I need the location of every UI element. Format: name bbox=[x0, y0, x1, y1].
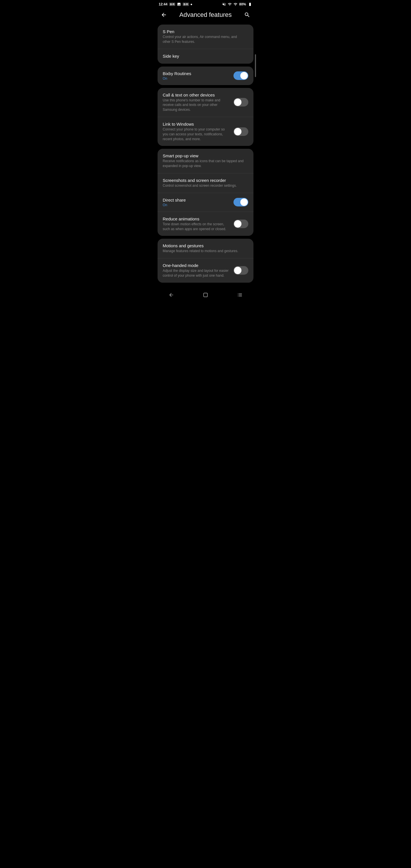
back-icon bbox=[161, 12, 167, 18]
reduce-animations-item[interactable]: Reduce animations Tone down motion effec… bbox=[158, 212, 253, 236]
nav-back-button[interactable] bbox=[164, 291, 179, 299]
status-dot bbox=[191, 4, 192, 5]
nav-home-icon bbox=[203, 292, 208, 298]
section-gestures: Motions and gestures Manage features rel… bbox=[158, 239, 253, 282]
reduce-animations-toggle[interactable] bbox=[233, 220, 248, 228]
scrollbar-thumb bbox=[255, 54, 256, 77]
settings-content: S Pen Control your air actions, Air comm… bbox=[154, 25, 257, 283]
bixby-routines-title: Bixby Routines bbox=[163, 71, 230, 76]
link-windows-text: Link to Windows Connect your phone to yo… bbox=[163, 122, 233, 141]
mute-icon bbox=[222, 2, 226, 6]
status-bar: 12:44 B·R B·R 80% bbox=[154, 0, 257, 7]
page-title: Advanced features bbox=[179, 11, 231, 19]
call-text-title: Call & text on other devices bbox=[163, 93, 230, 97]
one-handed-toggle-knob bbox=[234, 267, 242, 274]
status-left: 12:44 B·R B·R bbox=[159, 2, 192, 6]
bixby-routines-toggle[interactable] bbox=[233, 71, 248, 80]
direct-share-title: Direct share bbox=[163, 197, 230, 203]
one-handed-text: One-handed mode Adjust the display size … bbox=[163, 263, 233, 278]
motions-gestures-title: Motions and gestures bbox=[163, 243, 245, 248]
reduce-animations-text: Reduce animations Tone down motion effec… bbox=[163, 216, 233, 231]
call-text-text: Call & text on other devices Use this ph… bbox=[163, 93, 233, 112]
battery-icon bbox=[248, 2, 252, 6]
reduce-animations-title: Reduce animations bbox=[163, 216, 230, 221]
section-spen-sidekey: S Pen Control your air actions, Air comm… bbox=[158, 25, 253, 64]
signal-icon bbox=[233, 2, 238, 6]
photo-icon bbox=[177, 2, 181, 6]
status-battery: 80% bbox=[239, 2, 246, 6]
bixby-routines-status: On bbox=[163, 76, 230, 81]
spen-subtitle: Control your air actions, Air command me… bbox=[163, 35, 245, 44]
scrollbar-track bbox=[255, 52, 256, 151]
status-time: 12:44 bbox=[159, 2, 167, 6]
section-features: Smart pop-up view Receive notifications … bbox=[158, 149, 253, 236]
side-key-item[interactable]: Side key bbox=[158, 49, 253, 64]
nav-recents-icon bbox=[237, 292, 243, 298]
screenshots-text: Screenshots and screen recorder Control … bbox=[163, 178, 248, 188]
direct-share-toggle-knob bbox=[240, 198, 248, 206]
bixby-routines-text: Bixby Routines On bbox=[163, 71, 233, 81]
direct-share-toggle[interactable] bbox=[233, 198, 248, 207]
screenshots-subtitle: Control screenshot and screen recorder s… bbox=[163, 183, 245, 188]
call-text-subtitle: Use this phone's number to make and rece… bbox=[163, 98, 230, 112]
wifi-icon bbox=[228, 2, 232, 6]
screenshots-title: Screenshots and screen recorder bbox=[163, 178, 245, 183]
spen-item[interactable]: S Pen Control your air actions, Air comm… bbox=[158, 25, 253, 49]
nav-home-button[interactable] bbox=[198, 291, 213, 299]
search-button[interactable] bbox=[242, 10, 252, 20]
one-handed-title: One-handed mode bbox=[163, 263, 230, 268]
bixby-routines-item[interactable]: Bixby Routines On bbox=[158, 66, 253, 85]
direct-share-text: Direct share On bbox=[163, 197, 233, 207]
motions-gestures-subtitle: Manage features related to motions and g… bbox=[163, 249, 245, 253]
link-windows-toggle-knob bbox=[234, 128, 242, 135]
link-windows-toggle[interactable] bbox=[233, 127, 248, 136]
bixby-routines-toggle-knob bbox=[240, 72, 248, 80]
section-connectivity: Call & text on other devices Use this ph… bbox=[158, 88, 253, 146]
one-handed-mode-item[interactable]: One-handed mode Adjust the display size … bbox=[158, 258, 253, 283]
call-text-toggle-knob bbox=[234, 98, 242, 106]
status-right: 80% bbox=[222, 2, 252, 6]
reduce-animations-toggle-knob bbox=[234, 220, 242, 227]
spen-title: S Pen bbox=[163, 29, 245, 34]
status-badge-2: B·R bbox=[183, 3, 189, 6]
one-handed-subtitle: Adjust the display size and layout for e… bbox=[163, 269, 230, 278]
call-text-toggle[interactable] bbox=[233, 98, 248, 106]
smart-popup-text: Smart pop-up view Receive notifications … bbox=[163, 153, 248, 168]
link-windows-subtitle: Connect your phone to your computer so y… bbox=[163, 127, 230, 141]
direct-share-status: On bbox=[163, 203, 230, 207]
back-button[interactable] bbox=[159, 10, 169, 20]
svg-rect-0 bbox=[203, 293, 207, 297]
link-windows-title: Link to Windows bbox=[163, 122, 230, 126]
header: Advanced features bbox=[154, 7, 257, 25]
link-windows-item[interactable]: Link to Windows Connect your phone to yo… bbox=[158, 117, 253, 146]
nav-bar bbox=[154, 287, 257, 305]
side-key-title: Side key bbox=[163, 54, 245, 59]
spen-text: S Pen Control your air actions, Air comm… bbox=[163, 29, 248, 44]
direct-share-item[interactable]: Direct share On bbox=[158, 193, 253, 212]
status-badge-1: B·R bbox=[169, 3, 176, 6]
motions-gestures-item[interactable]: Motions and gestures Manage features rel… bbox=[158, 239, 253, 258]
reduce-animations-subtitle: Tone down motion effects on the screen, … bbox=[163, 222, 230, 231]
smart-popup-title: Smart pop-up view bbox=[163, 153, 245, 158]
smart-popup-item[interactable]: Smart pop-up view Receive notifications … bbox=[158, 149, 253, 173]
screenshots-item[interactable]: Screenshots and screen recorder Control … bbox=[158, 173, 253, 193]
smart-popup-subtitle: Receive notifications as icons that can … bbox=[163, 159, 245, 168]
nav-recents-button[interactable] bbox=[232, 291, 247, 299]
call-text-item[interactable]: Call & text on other devices Use this ph… bbox=[158, 88, 253, 117]
side-key-text: Side key bbox=[163, 54, 248, 59]
motions-gestures-text: Motions and gestures Manage features rel… bbox=[163, 243, 248, 253]
search-icon bbox=[244, 12, 250, 18]
section-bixby: Bixby Routines On bbox=[158, 66, 253, 85]
nav-back-icon bbox=[168, 292, 174, 298]
one-handed-toggle[interactable] bbox=[233, 266, 248, 275]
